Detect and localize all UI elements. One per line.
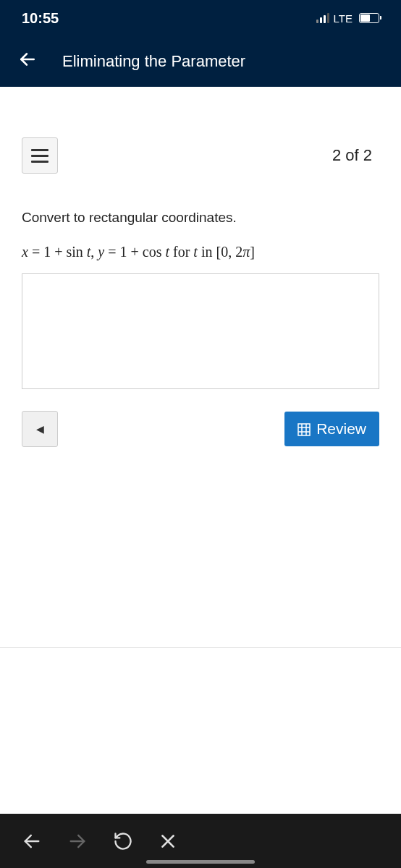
svg-rect-1 [298,424,310,435]
grid-icon [297,422,311,435]
network-label: LTE [334,12,353,25]
home-indicator[interactable] [146,860,255,864]
back-button[interactable] [14,46,41,77]
equation-display: x = 1 + sin t, y = 1 + cos t for t in [0… [22,244,379,260]
page-counter: 2 of 2 [332,146,372,165]
browser-back-button[interactable] [22,831,42,851]
content-toolbar: 2 of 2 [0,123,401,188]
battery-icon [359,13,379,23]
status-icons: LTE [316,12,379,25]
spacer [0,87,401,123]
prev-button[interactable]: ◀ [22,411,58,447]
close-button[interactable] [159,832,177,851]
review-label: Review [316,420,366,438]
question-prompt: Convert to rectangular coordinates. [22,210,379,226]
browser-toolbar [0,814,401,868]
signal-icon [316,13,329,23]
question-area: Convert to rectangular coordinates. x = … [0,188,401,268]
answer-input[interactable] [22,273,379,389]
time-display: 10:55 [22,10,59,27]
status-bar: 10:55 LTE [0,0,401,36]
menu-button[interactable] [22,137,58,174]
divider [0,647,401,648]
nav-controls: ◀ Review [0,411,401,447]
review-button[interactable]: Review [284,412,379,446]
refresh-button[interactable] [113,831,133,851]
browser-forward-button[interactable] [67,831,88,851]
app-header: Eliminating the Parameter [0,36,401,87]
page-title: Eliminating the Parameter [62,52,245,71]
